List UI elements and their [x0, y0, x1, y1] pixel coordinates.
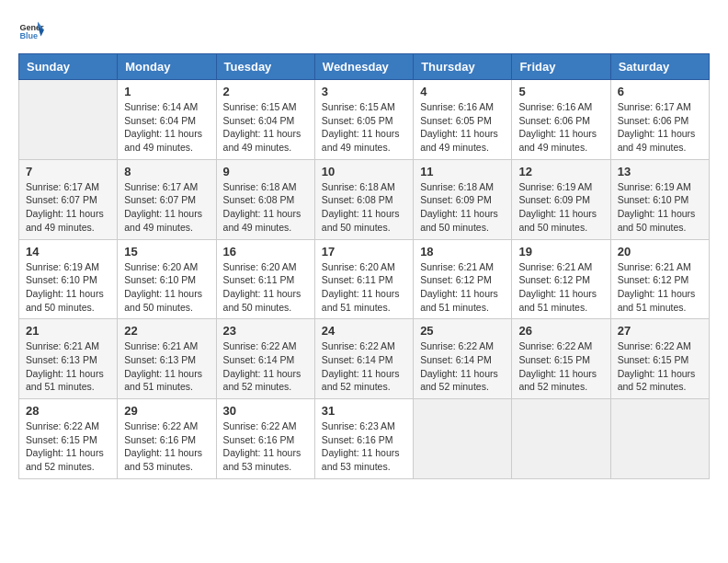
day-number: 14	[26, 245, 110, 259]
calendar-cell: 21Sunrise: 6:21 AM Sunset: 6:13 PM Dayli…	[19, 319, 118, 399]
day-number: 23	[223, 324, 308, 338]
week-row-2: 14Sunrise: 6:19 AM Sunset: 6:10 PM Dayli…	[19, 239, 710, 319]
calendar-cell: 28Sunrise: 6:22 AM Sunset: 6:15 PM Dayli…	[19, 399, 118, 479]
header-tuesday: Tuesday	[216, 54, 314, 80]
day-detail: Sunrise: 6:19 AM Sunset: 6:09 PM Dayligh…	[518, 180, 603, 235]
day-number: 30	[223, 404, 308, 418]
day-detail: Sunrise: 6:14 AM Sunset: 6:04 PM Dayligh…	[124, 100, 209, 155]
day-detail: Sunrise: 6:22 AM Sunset: 6:15 PM Dayligh…	[26, 419, 110, 474]
day-detail: Sunrise: 6:20 AM Sunset: 6:11 PM Dayligh…	[322, 260, 406, 315]
day-number: 16	[223, 245, 308, 259]
calendar-cell: 26Sunrise: 6:22 AM Sunset: 6:15 PM Dayli…	[512, 319, 610, 399]
header-wednesday: Wednesday	[314, 54, 413, 80]
day-detail: Sunrise: 6:22 AM Sunset: 6:15 PM Dayligh…	[518, 339, 603, 394]
day-detail: Sunrise: 6:21 AM Sunset: 6:12 PM Dayligh…	[618, 260, 702, 315]
calendar-cell: 24Sunrise: 6:22 AM Sunset: 6:14 PM Dayli…	[314, 319, 413, 399]
calendar-cell: 8Sunrise: 6:17 AM Sunset: 6:07 PM Daylig…	[118, 159, 216, 239]
day-detail: Sunrise: 6:21 AM Sunset: 6:13 PM Dayligh…	[26, 339, 110, 394]
week-row-3: 21Sunrise: 6:21 AM Sunset: 6:13 PM Dayli…	[19, 319, 710, 399]
day-number: 3	[322, 85, 406, 98]
calendar-cell: 6Sunrise: 6:17 AM Sunset: 6:06 PM Daylig…	[610, 80, 709, 160]
week-row-4: 28Sunrise: 6:22 AM Sunset: 6:15 PM Dayli…	[19, 399, 710, 479]
calendar-cell: 12Sunrise: 6:19 AM Sunset: 6:09 PM Dayli…	[512, 159, 610, 239]
day-detail: Sunrise: 6:20 AM Sunset: 6:11 PM Dayligh…	[223, 260, 308, 315]
day-number: 20	[618, 245, 702, 259]
day-detail: Sunrise: 6:22 AM Sunset: 6:14 PM Dayligh…	[420, 339, 505, 394]
day-detail: Sunrise: 6:22 AM Sunset: 6:15 PM Dayligh…	[618, 339, 702, 394]
day-number: 26	[518, 324, 603, 338]
day-detail: Sunrise: 6:21 AM Sunset: 6:13 PM Dayligh…	[124, 339, 209, 394]
day-detail: Sunrise: 6:18 AM Sunset: 6:08 PM Dayligh…	[223, 180, 308, 235]
calendar-cell: 2Sunrise: 6:15 AM Sunset: 6:04 PM Daylig…	[216, 80, 314, 160]
day-detail: Sunrise: 6:21 AM Sunset: 6:12 PM Dayligh…	[518, 260, 603, 315]
calendar-cell: 30Sunrise: 6:22 AM Sunset: 6:16 PM Dayli…	[216, 399, 314, 479]
day-detail: Sunrise: 6:15 AM Sunset: 6:05 PM Dayligh…	[322, 100, 406, 155]
day-number: 10	[322, 165, 406, 178]
day-number: 13	[618, 165, 702, 178]
svg-text:Blue: Blue	[19, 31, 38, 40]
day-detail: Sunrise: 6:22 AM Sunset: 6:14 PM Dayligh…	[322, 339, 406, 394]
day-number: 4	[420, 85, 505, 98]
calendar-header-row: SundayMondayTuesdayWednesdayThursdayFrid…	[19, 54, 710, 80]
day-detail: Sunrise: 6:22 AM Sunset: 6:14 PM Dayligh…	[223, 339, 308, 394]
day-detail: Sunrise: 6:20 AM Sunset: 6:10 PM Dayligh…	[124, 260, 209, 315]
day-number: 27	[618, 324, 702, 338]
day-number: 25	[420, 324, 505, 338]
week-row-0: 1Sunrise: 6:14 AM Sunset: 6:04 PM Daylig…	[19, 80, 710, 160]
day-detail: Sunrise: 6:21 AM Sunset: 6:12 PM Dayligh…	[420, 260, 505, 315]
day-number: 11	[420, 165, 505, 178]
calendar-cell: 4Sunrise: 6:16 AM Sunset: 6:05 PM Daylig…	[414, 80, 512, 160]
day-number: 24	[322, 324, 406, 338]
day-detail: Sunrise: 6:17 AM Sunset: 6:07 PM Dayligh…	[26, 180, 110, 235]
day-number: 17	[322, 245, 406, 259]
header-saturday: Saturday	[610, 54, 709, 80]
calendar-table: SundayMondayTuesdayWednesdayThursdayFrid…	[18, 53, 710, 479]
calendar-cell: 10Sunrise: 6:18 AM Sunset: 6:08 PM Dayli…	[314, 159, 413, 239]
page-header: General Blue	[18, 18, 710, 44]
calendar-body: 1Sunrise: 6:14 AM Sunset: 6:04 PM Daylig…	[19, 80, 710, 479]
day-number: 28	[26, 404, 110, 418]
calendar-cell	[610, 399, 709, 479]
calendar-cell: 11Sunrise: 6:18 AM Sunset: 6:09 PM Dayli…	[414, 159, 512, 239]
calendar-cell	[414, 399, 512, 479]
calendar-cell: 18Sunrise: 6:21 AM Sunset: 6:12 PM Dayli…	[414, 239, 512, 319]
day-number: 1	[124, 85, 209, 98]
day-detail: Sunrise: 6:23 AM Sunset: 6:16 PM Dayligh…	[322, 419, 406, 474]
day-number: 15	[124, 245, 209, 259]
calendar-cell: 7Sunrise: 6:17 AM Sunset: 6:07 PM Daylig…	[19, 159, 118, 239]
week-row-1: 7Sunrise: 6:17 AM Sunset: 6:07 PM Daylig…	[19, 159, 710, 239]
day-number: 21	[26, 324, 110, 338]
day-number: 9	[223, 165, 308, 178]
calendar-cell: 22Sunrise: 6:21 AM Sunset: 6:13 PM Dayli…	[118, 319, 216, 399]
day-number: 19	[518, 245, 603, 259]
calendar-cell: 29Sunrise: 6:22 AM Sunset: 6:16 PM Dayli…	[118, 399, 216, 479]
day-number: 22	[124, 324, 209, 338]
logo-icon: General Blue	[18, 18, 44, 44]
day-number: 29	[124, 404, 209, 418]
day-detail: Sunrise: 6:16 AM Sunset: 6:06 PM Dayligh…	[518, 100, 603, 155]
calendar-cell: 3Sunrise: 6:15 AM Sunset: 6:05 PM Daylig…	[314, 80, 413, 160]
calendar-cell: 1Sunrise: 6:14 AM Sunset: 6:04 PM Daylig…	[118, 80, 216, 160]
day-detail: Sunrise: 6:17 AM Sunset: 6:06 PM Dayligh…	[618, 100, 702, 155]
header-monday: Monday	[118, 54, 216, 80]
calendar-cell: 14Sunrise: 6:19 AM Sunset: 6:10 PM Dayli…	[19, 239, 118, 319]
header-sunday: Sunday	[19, 54, 118, 80]
day-number: 8	[124, 165, 209, 178]
day-number: 5	[518, 85, 603, 98]
day-detail: Sunrise: 6:15 AM Sunset: 6:04 PM Dayligh…	[223, 100, 308, 155]
calendar-cell	[19, 80, 118, 160]
header-thursday: Thursday	[414, 54, 512, 80]
day-detail: Sunrise: 6:19 AM Sunset: 6:10 PM Dayligh…	[618, 180, 702, 235]
calendar-cell: 19Sunrise: 6:21 AM Sunset: 6:12 PM Dayli…	[512, 239, 610, 319]
day-detail: Sunrise: 6:18 AM Sunset: 6:08 PM Dayligh…	[322, 180, 406, 235]
day-number: 31	[322, 404, 406, 418]
day-detail: Sunrise: 6:22 AM Sunset: 6:16 PM Dayligh…	[124, 419, 209, 474]
logo: General Blue	[18, 18, 50, 44]
calendar-cell: 20Sunrise: 6:21 AM Sunset: 6:12 PM Dayli…	[610, 239, 709, 319]
day-number: 6	[618, 85, 702, 98]
calendar-cell: 13Sunrise: 6:19 AM Sunset: 6:10 PM Dayli…	[610, 159, 709, 239]
day-number: 12	[518, 165, 603, 178]
day-number: 2	[223, 85, 308, 98]
day-detail: Sunrise: 6:19 AM Sunset: 6:10 PM Dayligh…	[26, 260, 110, 315]
day-number: 7	[26, 165, 110, 178]
